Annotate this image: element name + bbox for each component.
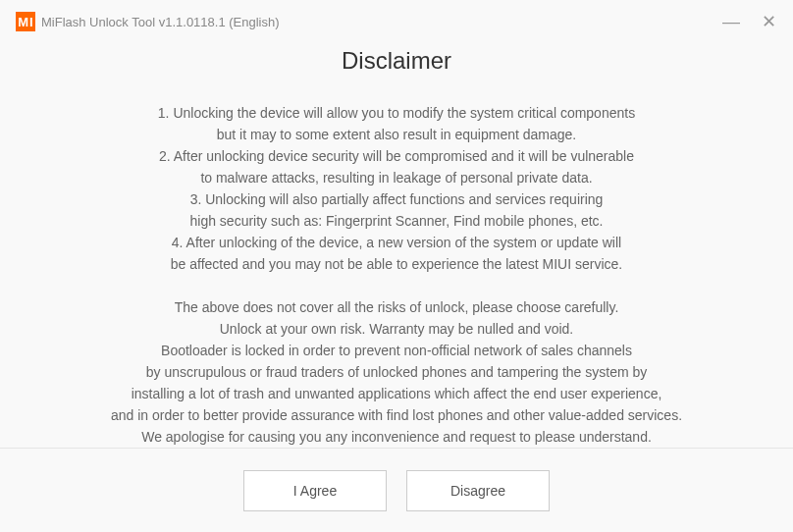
window-controls: — ✕ xyxy=(722,13,777,30)
disclaimer-line: to malware attacks, resulting in leakage… xyxy=(39,167,754,188)
disclaimer-body: 1. Unlocking the device will allow you t… xyxy=(39,102,754,448)
mi-logo-icon xyxy=(16,12,35,31)
button-bar: I Agree Disagree xyxy=(0,448,793,532)
disclaimer-heading: Disclaimer xyxy=(39,47,754,75)
disclaimer-line: 1. Unlocking the device will allow you t… xyxy=(39,102,754,124)
disclaimer-line: 2. After unlocking device security will … xyxy=(39,145,754,167)
disclaimer-line: Bootloader is locked in order to prevent… xyxy=(39,340,754,361)
disclaimer-line: but it may to some extent also result in… xyxy=(39,124,754,145)
disclaimer-line: be affected and you may not be able to e… xyxy=(39,253,754,275)
agree-button[interactable]: I Agree xyxy=(243,470,387,511)
app-title: MiFlash Unlock Tool v1.1.0118.1 (English… xyxy=(41,15,280,29)
disclaimer-line: 4. After unlocking of the device, a new … xyxy=(39,232,754,253)
disclaimer-line: The above does not cover all the risks o… xyxy=(39,296,754,318)
minimize-button[interactable]: — xyxy=(722,13,740,30)
disclaimer-content: Disclaimer 1. Unlocking the device will … xyxy=(0,39,793,448)
disclaimer-line: high security such as: Fingerprint Scann… xyxy=(39,210,754,232)
disclaimer-line: and in order to better provide assurance… xyxy=(39,404,754,426)
title-bar: MiFlash Unlock Tool v1.1.0118.1 (English… xyxy=(0,0,793,39)
disclaimer-line: We apologise for causing you any inconve… xyxy=(39,426,754,448)
disclaimer-line: installing a lot of trash and unwanted a… xyxy=(39,383,754,404)
close-button[interactable]: ✕ xyxy=(760,13,777,30)
disclaimer-line: 3. Unlocking will also partially affect … xyxy=(39,188,754,210)
disagree-button[interactable]: Disagree xyxy=(406,470,550,511)
disclaimer-line: Unlock at your own risk. Warranty may be… xyxy=(39,318,754,340)
disclaimer-line: by unscrupulous or fraud traders of unlo… xyxy=(39,361,754,383)
